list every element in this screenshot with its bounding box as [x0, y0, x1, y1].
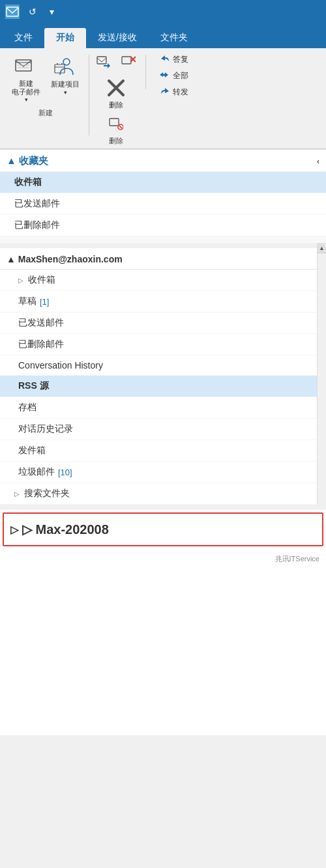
delete-label: 删除 [109, 100, 123, 110]
account-title: ▲ MaxShen@zhaoxin.com [7, 254, 123, 264]
folder-item-label: RSS 源 [18, 380, 49, 392]
ribbon-group-new: 新建电子邮件 ▾ 新建项目 [5, 52, 86, 118]
tab-send-receive[interactable]: 发送/接收 [86, 28, 149, 48]
ribbon-body: 新建电子邮件 ▾ 新建项目 [0, 48, 326, 149]
move-icon [95, 53, 111, 70]
footer-watermark: 兆讯ITService [0, 549, 326, 569]
folder-item-conv-history[interactable]: Conversation History [0, 356, 317, 376]
max-202008-expand-icon: ▷ [10, 524, 18, 536]
search-expand-icon: ▷ [14, 490, 20, 497]
new-group-buttons: 新建电子邮件 ▾ 新建项目 [8, 52, 83, 105]
folder-item-rss[interactable]: RSS 源 [0, 376, 317, 397]
new-email-label: 新建电子邮件 [12, 79, 40, 96]
spacer [0, 236, 326, 243]
tab-folder[interactable]: 文件夹 [149, 28, 200, 48]
folder-item-archive[interactable]: 存档 [0, 397, 317, 419]
svg-line-18 [119, 126, 121, 128]
ignore-icon [120, 53, 137, 70]
ribbon-group-reply: 答复 全部 转发 [145, 52, 198, 100]
folder-item-deleted-favorite[interactable]: 已删除邮件 [0, 215, 326, 236]
new-item-button[interactable]: 新建项目 ▾ [47, 52, 83, 98]
delete-button[interactable]: 删除 [100, 73, 132, 113]
reply-label: 答复 [173, 54, 188, 65]
favorites-header[interactable]: ▲ 收藏夹 ‹ [0, 150, 326, 172]
new-item-label: 新建项目 [51, 79, 80, 89]
folder-item-label: Conversation History [18, 360, 103, 371]
folder-item-account-sent[interactable]: 已发送邮件 [0, 313, 317, 334]
bottom-spacer [0, 505, 326, 510]
folder-item-sent-favorite[interactable]: 已发送邮件 [0, 193, 326, 215]
new-item-arrow: ▾ [64, 89, 67, 96]
folder-item-label: 已删除邮件 [14, 219, 60, 231]
folder-item-label: 已发送邮件 [14, 198, 60, 210]
folder-item-account-inbox[interactable]: ▷ 收件箱 [0, 270, 317, 291]
reply-button[interactable]: 答复 [156, 52, 192, 67]
junk-row [104, 114, 128, 133]
max-202008-label: ▷ Max-202008 [22, 522, 109, 537]
junk-button[interactable] [104, 114, 128, 133]
new-email-icon [14, 55, 38, 79]
folder-item-label: 搜索文件夹 [24, 488, 70, 499]
folder-item-outbox[interactable]: 发件箱 [0, 440, 317, 462]
account-section: ▲ ▲ MaxShen@zhaoxin.com ▷ 收件箱 草稿 [1] 已发送… [0, 243, 326, 505]
folder-item-inbox-favorite[interactable]: 收件箱 [0, 172, 326, 193]
reply-all-icon [160, 70, 170, 82]
tab-home[interactable]: 开始 [44, 28, 86, 48]
folder-pane: ▲ 收藏夹 ‹ 收件箱 已发送邮件 已删除邮件 ▲ ▲ MaxShen@zhao… [0, 149, 326, 735]
folder-item-label: 发件箱 [18, 445, 46, 456]
account-header[interactable]: ▲ MaxShen@zhaoxin.com [0, 243, 317, 270]
folder-item-label: 草稿 [18, 296, 37, 307]
new-group-label: 新建 [38, 108, 53, 118]
app-icon [5, 5, 20, 19]
favorites-collapse-icon: ‹ [317, 157, 319, 166]
folder-item-search-folders[interactable]: ▷ 搜索文件夹 [0, 483, 317, 505]
folder-item-label: 收件箱 [14, 176, 42, 188]
delete-sub-buttons: 删除 [91, 52, 140, 133]
expand-icon: ▷ [18, 277, 23, 284]
ribbon-tabs: 文件 开始 发送/接收 文件夹 [0, 23, 326, 48]
tab-file[interactable]: 文件 [3, 28, 44, 48]
folder-item-label: 已发送邮件 [18, 317, 64, 329]
folder-item-drafts[interactable]: 草稿 [1] [0, 291, 317, 313]
watermark-text: 兆讯ITService [275, 555, 319, 563]
delete-icon [104, 76, 128, 100]
svg-rect-0 [7, 7, 18, 16]
folder-item-label: 存档 [18, 402, 37, 413]
reply-icon [160, 53, 170, 66]
folder-item-junk[interactable]: 垃圾邮件 [10] [0, 462, 317, 483]
scroll-up-button[interactable]: ▲ [318, 243, 327, 253]
junk-badge: [10] [58, 468, 72, 477]
forward-icon [160, 86, 170, 98]
junk-icon [108, 115, 125, 132]
folder-item-label: 垃圾邮件 [18, 466, 55, 478]
max-202008-section[interactable]: ▷ ▷ Max-202008 [3, 512, 323, 546]
svg-rect-16 [110, 119, 119, 126]
new-email-arrow: ▾ [25, 96, 28, 103]
folder-item-label: 收件箱 [28, 274, 55, 286]
favorites-title: ▲ 收藏夹 [7, 155, 48, 167]
quick-access-button[interactable]: ▾ [46, 5, 58, 18]
new-item-icon [53, 55, 78, 79]
reply-group-buttons: 答复 全部 转发 [156, 52, 192, 100]
folder-item-label: 对话历史记录 [18, 423, 73, 435]
new-email-button[interactable]: 新建电子邮件 ▾ [8, 52, 44, 105]
ignore-button[interactable] [117, 52, 140, 72]
move-row [91, 52, 140, 72]
delete-group-buttons: 删除 [91, 52, 140, 133]
reply-all-button[interactable]: 全部 [156, 68, 192, 83]
undo-button[interactable]: ↺ [25, 5, 40, 18]
title-bar: ↺ ▾ [0, 0, 326, 23]
svg-rect-11 [122, 57, 131, 64]
svg-rect-10 [97, 57, 106, 64]
move-button[interactable] [91, 52, 115, 72]
scrollbar[interactable]: ▲ [317, 243, 326, 505]
forward-button[interactable]: 转发 [156, 85, 192, 100]
drafts-badge: [1] [40, 297, 49, 307]
folder-item-dialog-history[interactable]: 对话历史记录 [0, 419, 317, 440]
delete-group-label: 删除 [109, 136, 123, 146]
reply-all-label: 全部 [173, 70, 188, 81]
folder-item-account-deleted[interactable]: 已删除邮件 [0, 334, 317, 356]
folder-item-label: 已删除邮件 [18, 339, 64, 350]
ribbon-group-delete: 删除 删除 [89, 52, 143, 146]
account-inner: ▲ MaxShen@zhaoxin.com ▷ 收件箱 草稿 [1] 已发送邮件… [0, 243, 326, 505]
